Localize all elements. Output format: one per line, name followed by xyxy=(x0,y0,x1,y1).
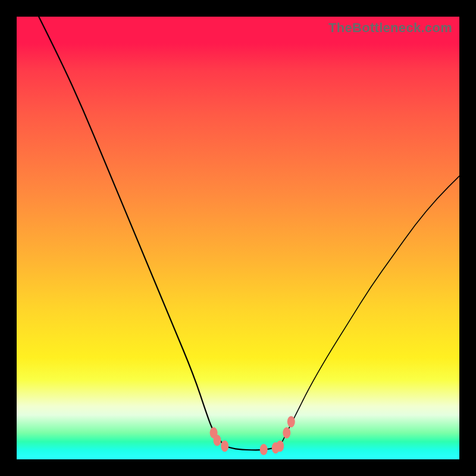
marker-point xyxy=(260,444,268,455)
marker-point xyxy=(276,440,284,452)
marker-point xyxy=(287,416,295,427)
marker-point xyxy=(283,427,290,439)
curve-layer xyxy=(17,17,459,459)
marker-point xyxy=(221,440,228,452)
left-curve-path xyxy=(39,17,224,446)
right-curve-path xyxy=(280,176,459,446)
chart-frame: TheBottleneck.com xyxy=(0,0,476,476)
plot-area: TheBottleneck.com xyxy=(17,17,459,459)
marker-point xyxy=(214,435,221,446)
